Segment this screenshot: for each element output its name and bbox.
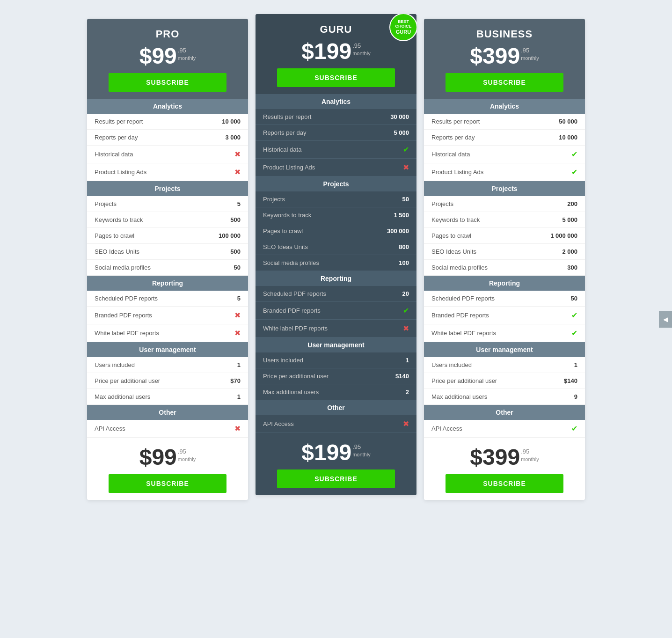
feature-label: SEO Ideas Units [431, 248, 476, 255]
feature-value: 10 000 [559, 134, 577, 141]
feature-row: Price per additional user$70 [87, 373, 248, 389]
subscribe-button-business-bottom[interactable]: SUBSCRIBE [446, 474, 563, 493]
feature-label: Price per additional user [95, 377, 160, 384]
feature-row: Branded PDF reports✔ [424, 307, 585, 324]
feature-label: Reports per day [263, 129, 307, 136]
feature-value: ✖ [403, 163, 409, 172]
feature-value: 2 000 [562, 248, 577, 255]
feature-label: Reports per day [431, 134, 475, 141]
feature-value: 5 [237, 295, 241, 302]
feature-row: Reports per day3 000 [87, 130, 248, 146]
feature-row: Historical data✔ [256, 141, 416, 159]
feature-value: ✔ [571, 329, 577, 337]
feature-row: Scheduled PDF reports5 [87, 291, 248, 307]
feature-label: Pages to crawl [431, 232, 471, 239]
feature-row: Reports per day10 000 [424, 130, 585, 146]
feature-value: 50 [571, 295, 577, 302]
feature-row: Pages to crawl300 000 [256, 223, 416, 239]
plan-name-guru: GURU [263, 23, 409, 36]
feature-label: Users included [95, 361, 135, 368]
feature-row: Historical data✔ [424, 146, 585, 163]
feature-label: Price per additional user [431, 377, 497, 384]
feature-row: Max additional users1 [87, 389, 248, 405]
feature-label: Keywords to track [263, 212, 311, 219]
subscribe-button-guru-top[interactable]: SUBSCRIBE [277, 68, 394, 87]
feature-label: Social media profiles [263, 259, 319, 266]
feature-value: 5 000 [562, 216, 577, 223]
feature-label: Results per report [263, 113, 311, 120]
section-header-pro-reporting: Reporting [87, 276, 248, 291]
feature-label: Projects [95, 200, 117, 207]
plan-footer-price-main-business: $399 [470, 446, 520, 469]
feature-row: Users included1 [424, 357, 585, 373]
feature-label: Scheduled PDF reports [431, 295, 495, 302]
feature-value: 3 000 [225, 134, 241, 141]
feature-value: ✖ [234, 168, 241, 176]
subscribe-button-business-top[interactable]: SUBSCRIBE [446, 73, 563, 92]
feature-row: Pages to crawl1 000 000 [424, 228, 585, 244]
feature-label: Users included [263, 357, 303, 364]
sidebar-arrow[interactable]: ◀ [659, 311, 672, 328]
feature-label: Historical data [263, 146, 301, 153]
feature-row: Branded PDF reports✖ [87, 307, 248, 324]
feature-row: API Access✖ [256, 415, 416, 433]
section-header-guru-other: Other [256, 400, 416, 415]
feature-row: White label PDF reports✖ [256, 320, 416, 337]
plan-footer-price-row-guru: $199.95monthly [263, 441, 409, 464]
feature-value: 300 000 [387, 227, 409, 235]
feature-row: Social media profiles100 [256, 255, 416, 271]
feature-row: White label PDF reports✖ [87, 324, 248, 342]
feature-label: Users included [431, 361, 472, 368]
section-header-pro-user-management: User management [87, 342, 248, 357]
plan-footer-price-cents-pro: .95monthly [178, 448, 196, 462]
subscribe-button-guru-bottom[interactable]: SUBSCRIBE [277, 469, 394, 488]
feature-label: API Access [263, 420, 294, 427]
best-choice-badge: BESTCHOICEGURU [389, 14, 416, 41]
feature-row: Reports per day5 000 [256, 125, 416, 141]
feature-row: Price per additional user$140 [424, 373, 585, 389]
plan-footer-pro: $99.95monthlySUBSCRIBE [87, 438, 248, 500]
section-header-guru-projects: Projects [256, 176, 416, 191]
plan-card-business: BUSINESS$399.95monthlySUBSCRIBEAnalytics… [424, 19, 585, 500]
feature-value: 100 [399, 259, 409, 266]
feature-value: $140 [395, 373, 409, 380]
subscribe-button-pro-bottom[interactable]: SUBSCRIBE [109, 474, 226, 493]
feature-value: ✖ [234, 424, 241, 433]
feature-label: Historical data [95, 151, 133, 158]
feature-label: Product Listing Ads [431, 169, 483, 176]
feature-row: Historical data✖ [87, 146, 248, 163]
feature-label: Product Listing Ads [95, 169, 146, 176]
plan-card-guru: BESTCHOICEGURUGURU$199.95monthlySUBSCRIB… [256, 14, 416, 495]
feature-label: Keywords to track [431, 216, 480, 223]
feature-label: White label PDF reports [431, 330, 496, 337]
feature-value: ✔ [571, 424, 577, 433]
section-header-business-reporting: Reporting [424, 276, 585, 291]
feature-label: Max additional users [95, 393, 150, 400]
feature-row: Projects5 [87, 196, 248, 212]
feature-label: Branded PDF reports [263, 307, 321, 314]
feature-value: ✔ [403, 306, 409, 315]
plan-footer-price-main-pro: $99 [139, 446, 177, 469]
feature-label: Projects [263, 196, 285, 203]
feature-label: SEO Ideas Units [263, 243, 308, 250]
feature-row: Users included1 [256, 352, 416, 368]
plan-name-business: BUSINESS [431, 28, 578, 40]
section-header-pro-analytics: Analytics [87, 99, 248, 114]
feature-row: Price per additional user$140 [256, 368, 416, 384]
feature-row: Branded PDF reports✔ [256, 302, 416, 320]
feature-row: SEO Ideas Units500 [87, 244, 248, 260]
feature-value: 2 [406, 389, 409, 396]
feature-label: Results per report [431, 118, 480, 125]
feature-label: Max additional users [263, 389, 319, 396]
feature-label: White label PDF reports [263, 325, 328, 332]
feature-value: ✖ [234, 150, 241, 159]
feature-label: Results per report [95, 118, 143, 125]
feature-value: 800 [399, 243, 409, 250]
plan-price-main-pro: $99 [139, 45, 177, 67]
plan-footer-price-main-guru: $199 [301, 441, 351, 464]
feature-row: Results per report10 000 [87, 114, 248, 130]
feature-label: SEO Ideas Units [95, 248, 139, 255]
feature-value: 5 000 [394, 129, 409, 136]
subscribe-button-pro-top[interactable]: SUBSCRIBE [109, 73, 226, 92]
plan-card-pro: PRO$99.95monthlySUBSCRIBEAnalyticsResult… [87, 19, 248, 500]
